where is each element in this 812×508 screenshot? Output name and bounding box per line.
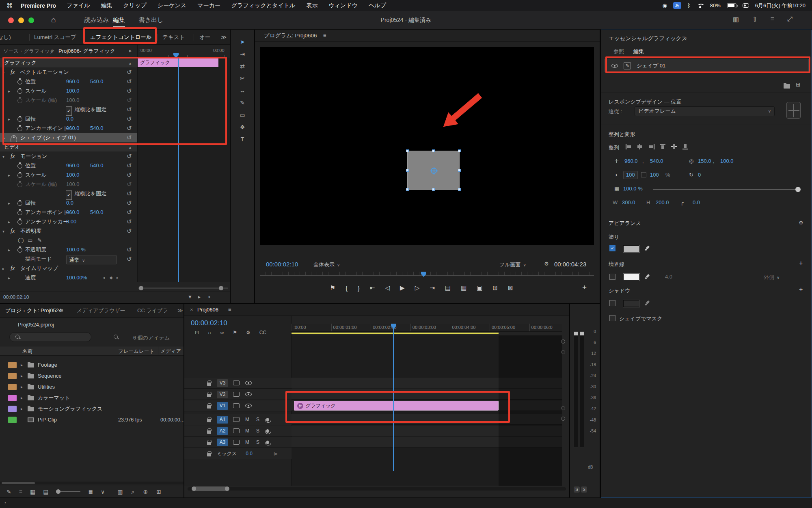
reset-icon[interactable] xyxy=(127,151,132,161)
param-uniform-scale[interactable]: 縦横比を固定 xyxy=(0,189,137,198)
solo-left-button[interactable]: S xyxy=(574,486,580,493)
tab-browse[interactable]: 参照 xyxy=(613,48,624,55)
track-badge-a2[interactable]: A2 xyxy=(217,427,228,435)
column-name[interactable]: 名前 xyxy=(22,346,32,356)
toggle-track-output-icon[interactable] xyxy=(245,392,252,396)
anchor-x-value[interactable]: 150.0 , xyxy=(698,158,714,164)
pen-tool[interactable]: ✎ xyxy=(236,99,248,106)
column-framerate[interactable]: フレームレート xyxy=(118,346,154,356)
stroke-eyedropper-icon[interactable] xyxy=(644,274,650,280)
vertical-scroll-handle[interactable] xyxy=(561,339,565,344)
reset-icon[interactable] xyxy=(127,67,132,77)
twirl-icon[interactable] xyxy=(2,67,4,77)
appearance-settings-icon[interactable]: ⚙ xyxy=(799,220,803,226)
track-header-v3[interactable]: V3 xyxy=(184,378,292,389)
new-layer-icon[interactable]: ⊞ xyxy=(796,81,801,88)
effect-time-remap[interactable]: fx タイムリマップ xyxy=(0,264,137,273)
label-color-chip[interactable] xyxy=(8,406,17,412)
new-folder-icon[interactable] xyxy=(784,84,790,89)
width-value[interactable]: 300.0 xyxy=(622,199,635,205)
twirl-icon[interactable] xyxy=(8,273,10,282)
twirl-icon[interactable] xyxy=(2,226,4,236)
value[interactable]: 100.00% xyxy=(66,273,87,282)
param-scale[interactable]: スケール 100.0 xyxy=(0,170,137,179)
lock-icon[interactable] xyxy=(207,383,211,386)
work-area-bar[interactable] xyxy=(292,333,499,334)
more-tabs-icon[interactable]: ≫ xyxy=(177,304,183,318)
multi-view-button[interactable]: ⊠ xyxy=(508,284,513,292)
source-chevron-icon[interactable] xyxy=(48,48,53,54)
stroke-position-select[interactable]: 外側 xyxy=(764,274,780,281)
twirl-icon[interactable] xyxy=(2,264,4,273)
mute-button[interactable]: M xyxy=(244,428,251,434)
param-opacity-value[interactable]: 不透明度 100.0 % xyxy=(0,245,137,254)
comparison-view-button[interactable]: ⊞ xyxy=(492,284,498,292)
tab-audio-truncated[interactable]: オー xyxy=(199,30,210,45)
param-speed[interactable]: 速度 100.00% ◂ ◆ ▸ xyxy=(0,273,137,282)
twirl-icon[interactable] xyxy=(8,114,10,123)
voiceover-mic-icon[interactable] xyxy=(266,429,269,433)
item-name[interactable]: カラーマット xyxy=(38,394,70,402)
menubar-clock[interactable]: 6月6日(火) 午前10:20 xyxy=(755,2,806,9)
add-stroke-icon[interactable]: + xyxy=(799,259,803,267)
workspace-menu-icon[interactable]: ≡ xyxy=(771,15,774,23)
panel-menu-icon[interactable] xyxy=(228,304,231,316)
param-anchor-point[interactable]: アンカーポイント 960.0 540.0 xyxy=(0,208,137,217)
sort-icons-button[interactable]: ≣ xyxy=(88,489,93,495)
reset-icon[interactable] xyxy=(127,208,132,217)
tab-lumetri-scopes[interactable]: Lumetri スコープ xyxy=(34,30,76,45)
voiceover-mic-icon[interactable] xyxy=(266,418,269,422)
stroke-color-swatch[interactable] xyxy=(623,274,639,281)
reset-icon[interactable] xyxy=(127,161,132,170)
value-x[interactable]: 960.0 xyxy=(66,161,80,170)
twirl-icon[interactable] xyxy=(8,245,10,254)
value-y[interactable]: 540.0 xyxy=(90,77,104,86)
value[interactable]: 0.0 xyxy=(66,114,73,123)
writable-indicator-icon[interactable]: ✎ xyxy=(6,489,11,495)
workspace-switcher-icon[interactable]: ▥ xyxy=(733,15,739,23)
shadow-eyedropper-icon[interactable] xyxy=(644,300,650,306)
effect-opacity[interactable]: fx 不透明度 xyxy=(0,226,137,236)
apple-menu-icon[interactable]: ⌘ xyxy=(6,2,13,9)
value[interactable]: 100.0 % xyxy=(66,245,86,254)
search-input[interactable] xyxy=(9,332,91,342)
lift-button[interactable]: ▤ xyxy=(445,284,451,292)
shape-handle[interactable] xyxy=(458,149,461,152)
effect-vector-motion[interactable]: fx ベクトルモーション xyxy=(0,67,137,77)
param-position[interactable]: 位置 960.0 540.0 xyxy=(0,77,137,86)
mark-out-button[interactable]: } xyxy=(358,285,360,292)
reset-icon[interactable] xyxy=(127,133,132,142)
param-anchor-point[interactable]: アンカーポイント 960.0 540.0 xyxy=(0,123,137,133)
clip-timecode[interactable]: 00:00:02:10 xyxy=(3,294,29,300)
play-button[interactable]: ▶ xyxy=(400,284,405,292)
param-rotation[interactable]: 回転 0.0 xyxy=(0,198,137,208)
panel-menu-icon[interactable] xyxy=(148,30,151,45)
value-y[interactable]: 540.0 xyxy=(90,161,104,170)
solo-button[interactable]: S xyxy=(254,417,261,422)
shape-handle[interactable] xyxy=(406,149,409,152)
tab-project[interactable]: プロジェクト: Proj0524 xyxy=(5,304,62,318)
project-item-row[interactable]: ▸ Utilities xyxy=(0,381,184,392)
track-header-mix[interactable]: ミックス 0.0 ⊳ xyxy=(184,448,292,459)
filter-properties-icon[interactable]: ▼ xyxy=(188,294,192,300)
shadow-color-swatch[interactable] xyxy=(623,300,639,307)
panel-menu-icon[interactable] xyxy=(60,304,63,318)
reset-icon[interactable] xyxy=(127,123,132,133)
forward-icon[interactable]: ▸ xyxy=(129,48,132,54)
control-center-icon[interactable] xyxy=(743,3,749,8)
tab-none[interactable]: (なし) xyxy=(0,30,11,45)
rotation-value[interactable]: 0 xyxy=(698,172,701,178)
fill-checkbox[interactable] xyxy=(609,245,615,251)
tab-text[interactable]: テキスト xyxy=(162,30,185,45)
param-scale[interactable]: スケール 100.0 xyxy=(0,86,137,95)
label-color-chip[interactable] xyxy=(8,395,17,401)
search-bin-icon[interactable] xyxy=(114,335,119,340)
vertical-scroll-handle[interactable] xyxy=(561,350,565,354)
solo-button[interactable]: S xyxy=(254,428,261,434)
find-button[interactable]: ⌕ xyxy=(132,489,135,495)
value-x[interactable]: 960.0 xyxy=(66,123,80,133)
reset-icon[interactable] xyxy=(127,217,132,226)
add-marker-button[interactable]: ⚑ xyxy=(330,284,335,292)
fit-icon[interactable]: ⊳ xyxy=(274,451,278,457)
mute-button[interactable]: M xyxy=(244,439,251,445)
